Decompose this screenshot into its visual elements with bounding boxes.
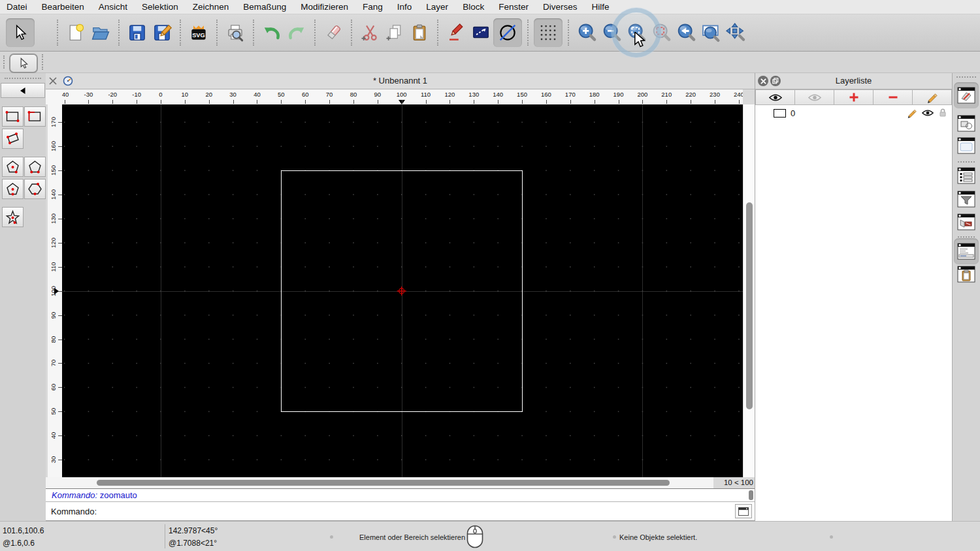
hide-all-layers-button[interactable] bbox=[795, 89, 834, 105]
print-preview-button[interactable] bbox=[223, 18, 248, 47]
zoom-out-icon bbox=[601, 22, 622, 43]
menu-ansicht[interactable]: Ansicht bbox=[99, 2, 127, 12]
dock-filter-button[interactable] bbox=[955, 188, 977, 210]
edit-layer-button[interactable] bbox=[913, 89, 952, 105]
zoom-auto-button[interactable] bbox=[624, 18, 649, 47]
dock-clipboard-button[interactable] bbox=[955, 263, 977, 285]
attributes-button[interactable] bbox=[444, 18, 468, 47]
paste-button[interactable] bbox=[407, 18, 432, 47]
status-bar: 101.6,100.6 @1.6,0.6 142.9787<45° @1.708… bbox=[0, 521, 980, 551]
toolbar-separator bbox=[568, 20, 569, 46]
undo-button[interactable] bbox=[259, 18, 284, 47]
clipboard-window-icon bbox=[957, 266, 975, 283]
palette-back-button[interactable] bbox=[1, 83, 45, 98]
copy-button[interactable] bbox=[382, 18, 407, 47]
redo-button[interactable] bbox=[284, 18, 309, 47]
show-all-layers-button[interactable] bbox=[755, 89, 795, 105]
history-scrollbar-thumb[interactable] bbox=[749, 490, 753, 500]
toolbar-drag-handle[interactable] bbox=[3, 55, 5, 69]
v-ruler-label: 30 bbox=[49, 454, 58, 465]
toolbar-separator bbox=[527, 20, 529, 46]
menu-hilfe[interactable]: Hilfe bbox=[591, 2, 609, 12]
menu-layer[interactable]: Layer bbox=[426, 2, 448, 12]
remove-layer-button[interactable] bbox=[874, 89, 913, 105]
redo-icon bbox=[286, 22, 307, 43]
status-divider bbox=[165, 524, 165, 548]
polygon-center-corner-tool[interactable] bbox=[2, 157, 24, 177]
dock-pen-palette-button[interactable] bbox=[955, 211, 977, 233]
command-input[interactable] bbox=[101, 506, 735, 517]
drawing-area[interactable] bbox=[62, 104, 743, 477]
select-arrow-icon bbox=[18, 57, 29, 69]
zoom-window-button[interactable] bbox=[698, 18, 723, 47]
v-ruler-label: 90 bbox=[49, 310, 58, 321]
rectangle-corner-size-icon bbox=[26, 108, 44, 125]
rectangle-3points-tool[interactable] bbox=[2, 129, 24, 149]
zoom-in-button[interactable] bbox=[574, 18, 599, 47]
menu-selektion[interactable]: Selektion bbox=[142, 2, 178, 12]
polygon-2corners-tool[interactable] bbox=[24, 157, 46, 177]
h-ruler-label: 200 bbox=[637, 91, 647, 98]
circle-slash-button[interactable] bbox=[493, 18, 522, 47]
zoom-previous-button[interactable] bbox=[674, 18, 698, 47]
palette-drag-handle[interactable] bbox=[5, 78, 41, 79]
save-as-button[interactable] bbox=[150, 18, 174, 47]
zoom-pan-button[interactable] bbox=[723, 18, 748, 47]
new-document-button[interactable] bbox=[63, 18, 88, 47]
menu-datei[interactable]: Datei bbox=[7, 2, 27, 12]
menu-modifizieren[interactable]: Modifizieren bbox=[301, 2, 348, 12]
vertical-scrollbar-thumb[interactable] bbox=[746, 202, 753, 409]
polygon-2corners-icon bbox=[26, 158, 44, 176]
dock-block-list-button[interactable] bbox=[955, 112, 977, 134]
h-ruler-tick bbox=[281, 100, 282, 104]
dock-entity-list-button[interactable] bbox=[955, 165, 977, 187]
save-button[interactable] bbox=[125, 18, 150, 47]
h-ruler-tick bbox=[329, 100, 330, 104]
drawing-canvas[interactable] bbox=[62, 104, 743, 477]
print-preview-icon bbox=[225, 23, 245, 42]
horizontal-scrollbar[interactable] bbox=[46, 477, 713, 488]
zoom-out-button[interactable] bbox=[599, 18, 624, 47]
rectangle-2corners-tool[interactable] bbox=[2, 106, 24, 127]
svg-export-button[interactable]: SVG bbox=[186, 18, 211, 47]
menu-bemassung[interactable]: Bemaßung bbox=[243, 2, 286, 12]
select-tool-button[interactable] bbox=[6, 18, 35, 47]
layer-edit-button[interactable] bbox=[907, 108, 917, 118]
save-icon bbox=[127, 23, 147, 42]
menu-fenster[interactable]: Fenster bbox=[498, 2, 529, 12]
command-window-button[interactable] bbox=[735, 504, 752, 518]
tool-option-select-button[interactable] bbox=[9, 54, 38, 73]
menu-fang[interactable]: Fang bbox=[363, 2, 383, 12]
dock-layer-list-button[interactable] bbox=[954, 82, 979, 108]
zoom-selection-button[interactable] bbox=[649, 18, 674, 47]
menu-diverses[interactable]: Diverses bbox=[543, 2, 578, 12]
menu-block[interactable]: Block bbox=[463, 2, 484, 12]
star-tool[interactable] bbox=[2, 207, 24, 227]
horizontal-scrollbar-thumb[interactable] bbox=[97, 480, 670, 486]
dock-command-line-button[interactable] bbox=[954, 238, 979, 264]
menu-zeichnen[interactable]: Zeichnen bbox=[193, 2, 229, 12]
cut-button[interactable] bbox=[357, 18, 382, 47]
h-ruler-tick bbox=[426, 100, 427, 104]
h-ruler-tick bbox=[161, 100, 161, 104]
layer-visibility-button[interactable] bbox=[922, 109, 934, 117]
polygon-center-tangent-tool[interactable] bbox=[2, 179, 24, 199]
delete-button[interactable] bbox=[321, 18, 346, 47]
layer-row[interactable]: 0 bbox=[755, 106, 952, 120]
h-ruler-label: 230 bbox=[710, 91, 720, 98]
h-ruler-tick bbox=[570, 100, 571, 104]
layer-color-swatch[interactable] bbox=[774, 109, 786, 118]
vertical-scrollbar[interactable] bbox=[743, 104, 755, 477]
layer-lock-button[interactable] bbox=[938, 108, 947, 118]
open-file-button[interactable] bbox=[88, 18, 113, 47]
rectangle-3points-icon bbox=[4, 130, 22, 148]
grid-toggle-button[interactable] bbox=[534, 18, 563, 47]
dock-library-button[interactable] bbox=[955, 134, 977, 157]
sidebar-drag-handle[interactable] bbox=[956, 76, 976, 78]
rectangle-corner-size-tool[interactable] bbox=[24, 106, 46, 127]
menu-info[interactable]: Info bbox=[397, 2, 412, 12]
add-layer-button[interactable] bbox=[834, 89, 874, 105]
menu-bearbeiten[interactable]: Bearbeiten bbox=[42, 2, 84, 12]
polygon-side-side-tool[interactable] bbox=[24, 179, 46, 199]
order-button[interactable] bbox=[468, 18, 493, 47]
